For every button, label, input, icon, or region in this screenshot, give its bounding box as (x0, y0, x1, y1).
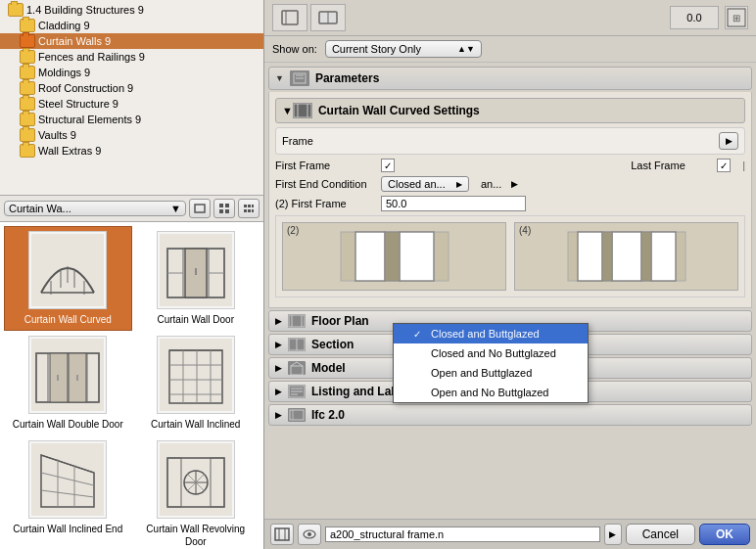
top-icon-1[interactable] (272, 4, 307, 31)
floor-plan-triangle: ▶ (275, 316, 282, 326)
top-bar: 0.0 ⊞ (264, 0, 756, 36)
left-panel: 1.4 Building Structures 9 Cladding 9 Cur… (0, 0, 264, 549)
value-field[interactable]: 0.0 (670, 6, 719, 29)
svg-text:⊞: ⊞ (732, 13, 740, 23)
thumb-label-inclinedend: Curtain Wall Inclined End (13, 523, 122, 535)
folder-icon (20, 66, 35, 79)
an-label: an... (481, 178, 501, 190)
svg-rect-73 (400, 232, 434, 281)
top-right-icon[interactable]: ⊞ (725, 6, 748, 29)
svg-rect-10 (252, 209, 254, 212)
thumb-curtain-wall-curved[interactable]: Curtain Wall Curved (4, 226, 132, 331)
tree-item-building-structures[interactable]: 1.4 Building Structures 9 (0, 2, 263, 18)
ok-button[interactable]: OK (699, 524, 750, 545)
chevron-icon: ▲▼ (457, 44, 475, 54)
thumb-curtain-wall-revolving[interactable]: Curtain Wall Revolving Door (132, 435, 260, 549)
thumb-label-inclined: Curtain Wall Inclined (151, 418, 240, 431)
section-triangle: ▶ (275, 340, 282, 349)
path-arrow-btn[interactable]: ▶ (604, 524, 622, 545)
bottom-icon-btn-1[interactable] (270, 524, 294, 545)
tree-item-roof[interactable]: Roof Construction 9 (0, 80, 263, 96)
thumb-image-curved (28, 231, 107, 309)
thumb-label-curved: Curtain Wall Curved (24, 313, 112, 326)
thumbnails-grid: Curtain Wall Curved Curtain Wall Door (0, 222, 263, 549)
tree-item-cladding[interactable]: Cladding 9 (0, 18, 263, 33)
diagram-label-right: (4) (519, 225, 531, 236)
dropdown-option-4[interactable]: Open and No Buttglazed (394, 383, 588, 402)
svg-rect-30 (50, 353, 68, 402)
ifc-section[interactable]: ▶ Ifc 2.0 (268, 404, 752, 426)
thumb-curtain-wall-inclined-end[interactable]: Curtain Wall Inclined End (4, 435, 132, 549)
model-title: Model (311, 361, 346, 375)
svg-rect-80 (641, 232, 651, 281)
folder-icon (20, 144, 35, 158)
tree-item-vaults[interactable]: Vaults 9 (0, 127, 263, 143)
library-btn-1[interactable] (189, 199, 211, 218)
folder-icon (20, 128, 35, 142)
dropdown-option-1[interactable]: ✓ Closed and Buttglazed (394, 324, 588, 343)
thumb-image-inclinedend (28, 440, 107, 519)
bottom-eye-btn[interactable] (298, 524, 321, 545)
chevron-down-icon: ▼ (170, 203, 181, 214)
parameters-triangle: ▼ (275, 73, 284, 83)
second-frame-input[interactable] (381, 196, 526, 211)
story-dropdown[interactable]: Current Story Only ▲▼ (325, 40, 482, 58)
library-header: Curtain Wa... ▼ (0, 196, 263, 222)
svg-rect-7 (252, 205, 254, 207)
thumb-curtain-wall-double-door[interactable]: Curtain Wall Double Door (4, 331, 132, 435)
library-btn-3[interactable] (238, 199, 260, 218)
frame-row: Frame ▶ (275, 127, 745, 155)
svg-rect-93 (275, 528, 289, 540)
library-dropdown[interactable]: Curtain Wa... ▼ (4, 201, 186, 216)
svg-rect-86 (291, 366, 303, 375)
folder-icon (8, 3, 24, 17)
frame-arrow-btn[interactable]: ▶ (719, 132, 738, 150)
tree-item-steel[interactable]: Steel Structure 9 (0, 96, 263, 112)
thumb-label-doubledoor: Curtain Wall Double Door (13, 418, 123, 431)
svg-rect-5 (244, 205, 247, 207)
first-end-condition-dropdown[interactable]: Closed an... ▶ (381, 176, 469, 192)
top-icon-2[interactable] (310, 4, 346, 31)
first-last-frame-row: First Frame ✓ Last Frame ✓ | (275, 159, 745, 172)
thumb-curtain-wall-door[interactable]: Curtain Wall Door (132, 226, 260, 331)
tree-item-curtain-walls[interactable]: Curtain Walls 9 (0, 33, 263, 49)
cw-settings-header[interactable]: ▼ Curtain Wall Curved Settings (275, 98, 745, 123)
svg-rect-79 (602, 232, 612, 281)
svg-rect-77 (612, 232, 641, 281)
svg-rect-0 (195, 205, 205, 212)
svg-rect-3 (219, 209, 223, 213)
cancel-button[interactable]: Cancel (626, 524, 695, 545)
dropdown-popup: ✓ Closed and Buttglazed Closed and No Bu… (393, 323, 589, 403)
tree-item-wall-extras[interactable]: Wall Extras 9 (0, 143, 263, 159)
section-title: Section (311, 338, 354, 351)
folder-icon (20, 113, 35, 126)
thumb-curtain-wall-inclined[interactable]: Curtain Wall Inclined (132, 331, 260, 435)
svg-rect-6 (248, 205, 251, 207)
svg-rect-81 (289, 315, 305, 327)
tree-item-moldings[interactable]: Moldings 9 (0, 65, 263, 80)
svg-rect-72 (355, 232, 385, 281)
second-frame-row: (2) First Frame (275, 196, 745, 211)
parameters-section-row[interactable]: ▼ Parameters (268, 67, 752, 90)
dropdown-option-2[interactable]: Closed and No Buttglazed (394, 343, 588, 363)
svg-point-97 (307, 532, 311, 536)
thumb-image-revolving (157, 440, 235, 519)
svg-rect-91 (290, 410, 304, 420)
first-end-condition-row: First End Condition Closed an... ▶ an...… (275, 176, 745, 192)
show-on-bar: Show on: Current Story Only ▲▼ (264, 36, 756, 63)
first-frame-label: First Frame (275, 160, 373, 171)
right-arrow-icon: ▶ (511, 179, 518, 189)
thumb-image-doubledoor (28, 336, 107, 414)
tree-item-structural[interactable]: Structural Elements 9 (0, 112, 263, 127)
svg-rect-59 (282, 11, 298, 24)
last-frame-extra: | (742, 160, 745, 171)
listing-icon (288, 385, 306, 398)
last-frame-checkbox[interactable]: ✓ (717, 159, 731, 172)
folder-icon (20, 19, 35, 32)
first-frame-checkbox[interactable]: ✓ (381, 159, 395, 172)
tree-item-fences[interactable]: Fences and Railings 9 (0, 49, 263, 65)
model-icon (288, 361, 306, 375)
dropdown-option-3[interactable]: Open and Buttglazed (394, 363, 588, 383)
library-btn-2[interactable] (213, 199, 235, 218)
file-path-input[interactable] (325, 526, 600, 542)
